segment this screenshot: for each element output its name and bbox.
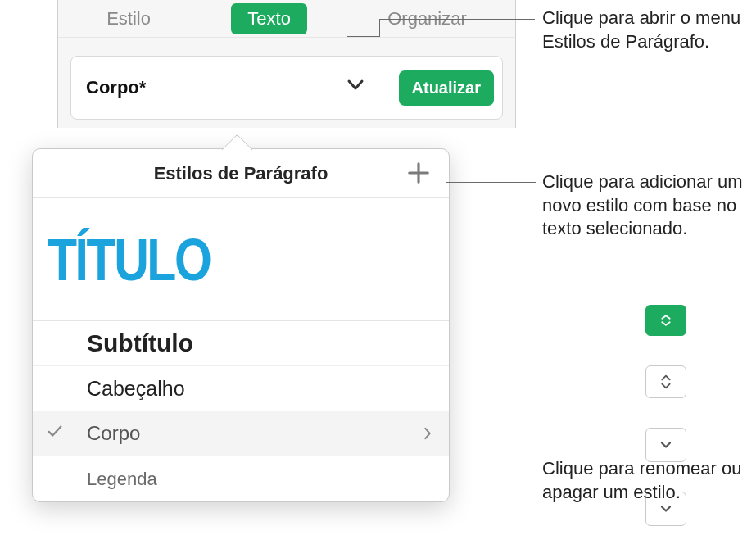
style-item-heading[interactable]: Cabeçalho bbox=[33, 366, 449, 411]
style-item-label: Corpo bbox=[87, 422, 140, 445]
leader-line bbox=[446, 182, 536, 183]
tab-style[interactable]: Estilo bbox=[90, 3, 167, 34]
hidden-controls bbox=[645, 305, 686, 556]
style-item-label: Legenda bbox=[87, 469, 157, 490]
style-item-label: Cabeçalho bbox=[87, 377, 185, 401]
hidden-stepper[interactable] bbox=[645, 365, 686, 398]
leader-line bbox=[347, 36, 380, 37]
style-item-subtitle[interactable]: Subtítulo bbox=[33, 321, 449, 366]
checkmark-icon bbox=[46, 422, 64, 445]
paragraph-styles-popover: Estilos de Parágrafo TÍTULO Subtítulo Ca… bbox=[32, 148, 450, 502]
style-item-body[interactable]: Corpo bbox=[33, 411, 449, 456]
chevron-down-icon[interactable] bbox=[346, 75, 365, 98]
plus-icon[interactable] bbox=[406, 161, 431, 188]
paragraph-style-selector[interactable]: Corpo* Atualizar bbox=[70, 56, 503, 120]
style-preview: TÍTULO bbox=[33, 198, 449, 321]
preview-title-text: TÍTULO bbox=[48, 226, 210, 293]
callout-open-menu: Clique para abrir o menu Estilos de Pará… bbox=[542, 7, 755, 53]
leader-line bbox=[379, 19, 535, 20]
callout-add-style: Clique para adicionar um novo estilo com… bbox=[542, 170, 755, 241]
tab-text[interactable]: Texto bbox=[231, 3, 307, 34]
popover-title: Estilos de Parágrafo bbox=[154, 163, 328, 184]
chevron-right-icon[interactable] bbox=[421, 422, 434, 445]
leader-line bbox=[379, 20, 380, 36]
callout-rename-delete: Clique para renomear ou apagar um estilo… bbox=[542, 457, 755, 504]
update-style-button[interactable]: Atualizar bbox=[399, 70, 494, 106]
style-item-label: Subtítulo bbox=[87, 329, 193, 357]
hidden-popup-green[interactable] bbox=[645, 305, 686, 336]
popover-header: Estilos de Parágrafo bbox=[33, 149, 449, 198]
style-item-caption[interactable]: Legenda bbox=[33, 456, 449, 501]
leader-line bbox=[442, 470, 535, 470]
